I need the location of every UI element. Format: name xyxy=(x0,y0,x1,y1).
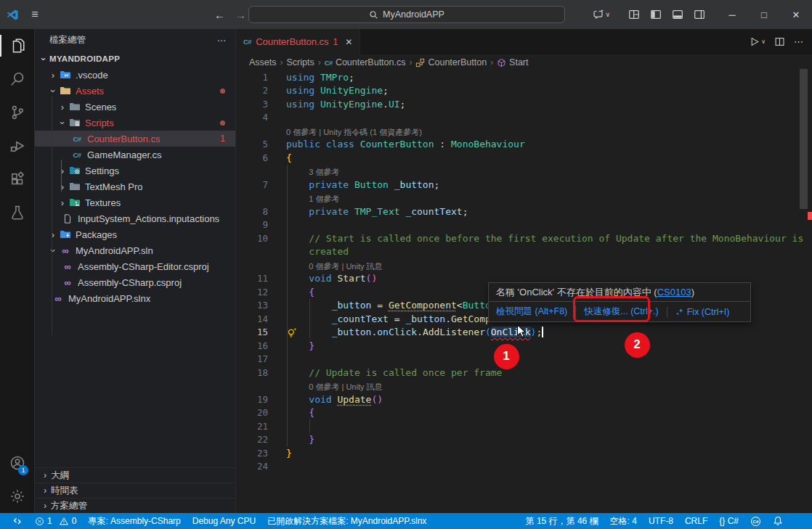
code-line-18[interactable]: 18 // Update is called once per frame xyxy=(236,366,812,380)
testing-icon[interactable] xyxy=(0,196,34,229)
tab-counterbutton[interactable]: C# CounterButton.cs 1 ✕ xyxy=(236,29,360,54)
code-line-4[interactable]: 4 xyxy=(236,111,812,125)
toggle-primary-sidebar-icon[interactable] xyxy=(645,0,667,29)
code-line-6[interactable]: 6{ xyxy=(236,151,812,165)
toggle-panel-icon[interactable] xyxy=(667,0,689,29)
extensions-icon[interactable] xyxy=(0,163,34,196)
code-line-2[interactable]: 2using UnityEngine; xyxy=(236,84,812,98)
tree-item-assembly-csharp-editor-csproj[interactable]: ∞Assembly-CSharp-Editor.csproj xyxy=(35,258,235,274)
run-button[interactable]: ∨ xyxy=(749,36,766,47)
section-timeline[interactable]: ›時間表 xyxy=(35,483,235,498)
language-mode-status[interactable]: {} C# xyxy=(713,513,744,529)
tree-item-textures[interactable]: ›Textures xyxy=(35,194,235,210)
codelens[interactable]: 0 個參考 | Unity 訊息 xyxy=(236,258,812,272)
code-line-21[interactable]: 21 xyxy=(236,419,812,433)
indentation-status[interactable]: 空格: 4 xyxy=(604,513,643,529)
tree-item-textmesh-pro[interactable]: ›TextMesh Pro xyxy=(35,179,235,194)
code-line-19[interactable]: 19 void Update() xyxy=(236,393,812,406)
tree-item-inputsystem-actions-inputactions[interactable]: InputSystem_Actions.inputactions xyxy=(35,210,235,226)
tab-close-icon[interactable]: ✕ xyxy=(345,37,352,47)
code-line-9[interactable]: 9 xyxy=(236,218,812,232)
forward-button[interactable]: → xyxy=(235,9,246,21)
csharp-file-icon: C# xyxy=(325,59,333,67)
build-config-status[interactable]: Debug Any CPU xyxy=(187,513,261,529)
breadcrumb-scripts[interactable]: Scripts xyxy=(287,57,314,67)
tree-item-assets[interactable]: ›Assets xyxy=(35,83,235,99)
code-line-3[interactable]: 3using UnityEngine.UI; xyxy=(236,97,812,111)
back-button[interactable]: ← xyxy=(214,9,225,21)
maximize-button[interactable]: □ xyxy=(748,0,780,29)
code-line-wrap[interactable]: created xyxy=(236,245,812,259)
command-center-search[interactable]: MyAndroidAPP xyxy=(248,6,565,23)
tree-item-myandroidapp[interactable]: ›MYANDROIDAPP xyxy=(35,51,235,67)
chevron-right-icon: › xyxy=(57,102,68,112)
codelens[interactable]: 1 個參考 xyxy=(236,192,812,205)
cursor-position-status[interactable]: 第 15 行，第 46 欄 xyxy=(520,513,604,529)
section-solution-explorer[interactable]: ›方案總管 xyxy=(35,498,235,513)
explorer-icon[interactable] xyxy=(0,29,34,62)
code-line-7[interactable]: 7 private Button _button; xyxy=(236,178,812,192)
solution-status[interactable]: 已開啟解決方案檔案: MyAndroidAPP.slnx xyxy=(261,513,432,529)
breadcrumb-file[interactable]: C#CounterButton.cs xyxy=(325,57,406,67)
code-line-23[interactable]: 23} xyxy=(236,446,812,460)
section-outline[interactable]: ›大綱 xyxy=(35,467,235,483)
quick-fix-action[interactable]: 快速修復... (Ctrl+.) xyxy=(575,305,666,318)
code-line-5[interactable]: 5public class CounterButton : MonoBehavi… xyxy=(236,138,812,152)
tree-item-scripts[interactable]: ›Scripts xyxy=(35,115,235,131)
code-line-1[interactable]: 1using TMPro; xyxy=(236,70,812,84)
toggle-secondary-sidebar-icon[interactable] xyxy=(689,0,710,29)
code-line-17[interactable]: 17 xyxy=(236,353,812,366)
code-line-24[interactable]: 24 xyxy=(236,460,812,474)
code-line-16[interactable]: 16 } xyxy=(236,339,812,353)
project-status[interactable]: 專案: Assembly-CSharp xyxy=(82,513,186,529)
editor-more-actions-icon[interactable]: ⋯ xyxy=(794,36,803,47)
close-button[interactable]: ✕ xyxy=(780,0,812,29)
tree-item-gamemanager-cs[interactable]: C#GameManager.cs xyxy=(35,147,235,163)
copilot-dropdown-caret[interactable]: ∨ xyxy=(605,11,610,18)
tree-item-settings[interactable]: ›Settings xyxy=(35,163,235,179)
tree-item--vscode[interactable]: ›.vscode xyxy=(35,67,235,83)
codelens[interactable]: 3 個參考 xyxy=(236,165,812,179)
tree-item-packages[interactable]: ›Packages xyxy=(35,226,235,242)
run-debug-icon[interactable] xyxy=(0,129,34,163)
encoding-status[interactable]: UTF-8 xyxy=(643,513,679,529)
split-editor-icon[interactable] xyxy=(774,36,785,47)
breadcrumb-class[interactable]: CounterButton xyxy=(415,57,487,67)
csharp-devkit-icon[interactable]: C# xyxy=(744,513,767,529)
code-line-22[interactable]: 22 } xyxy=(236,433,812,447)
problems-indicator[interactable]: 1 0 xyxy=(29,513,82,529)
code-line-20[interactable]: 20 { xyxy=(236,406,812,420)
breadcrumb-method[interactable]: Start xyxy=(497,57,528,67)
code-area[interactable]: 1using TMPro;2using UnityEngine;3using U… xyxy=(236,70,812,473)
eol-status[interactable]: CRLF xyxy=(679,513,713,529)
tree-item-label: GameManager.cs xyxy=(87,149,162,160)
codelens[interactable]: 0 個參考 | Unity 訊息 xyxy=(236,380,812,393)
minimize-button[interactable]: ─ xyxy=(716,0,748,29)
remote-indicator[interactable] xyxy=(7,513,29,529)
tree-item-myandroidapp-sln[interactable]: ›∞MyAndroidAPP.sln xyxy=(35,242,235,258)
account-icon[interactable]: 1 xyxy=(0,446,34,480)
error-code-link[interactable]: CS0103 xyxy=(657,287,691,298)
codelens[interactable]: 0 個參考 | Unity 指令碼 (1 個資產參考) xyxy=(236,124,812,138)
ai-fix-action[interactable]: Fix (Ctrl+I) xyxy=(667,307,738,317)
more-actions-icon[interactable]: ⋯ xyxy=(217,35,227,46)
tree-item-label: MYANDROIDAPP xyxy=(49,54,120,63)
code-line-15[interactable]: 15 _button.onClick.AddListener(OnClick); xyxy=(236,326,812,340)
tree-item-myandroidapp-slnx[interactable]: ∞MyAndroidAPP.slnx xyxy=(35,290,235,306)
error-hover-popup[interactable]: 名稱 'OnClick' 不存在於目前的內容中 (CS0103) 檢視問題 (A… xyxy=(488,282,751,322)
customize-layout-icon[interactable] xyxy=(623,0,645,29)
tree-item-counterbutton-cs[interactable]: C#CounterButton.cs1 xyxy=(35,131,235,147)
lightbulb-icon[interactable] xyxy=(287,327,298,338)
breadcrumb-assets[interactable]: Assets xyxy=(249,57,277,67)
tree-item-assembly-csharp-csproj[interactable]: ∞Assembly-CSharp.csproj xyxy=(35,274,235,290)
search-view-icon[interactable] xyxy=(0,62,34,96)
notifications-bell-icon[interactable] xyxy=(767,513,789,529)
vscode-logo-icon xyxy=(0,9,25,21)
tree-item-scenes[interactable]: ›Scenes xyxy=(35,99,235,115)
view-problem-action[interactable]: 檢視問題 (Alt+F8) xyxy=(496,305,575,318)
menu-icon[interactable]: ≡ xyxy=(25,8,45,21)
code-line-10[interactable]: 10 // Start is called once before the fi… xyxy=(236,231,812,245)
code-line-8[interactable]: 8 private TMP_Text _countText; xyxy=(236,205,812,218)
source-control-icon[interactable] xyxy=(0,96,34,129)
settings-gear-icon[interactable] xyxy=(0,480,34,513)
